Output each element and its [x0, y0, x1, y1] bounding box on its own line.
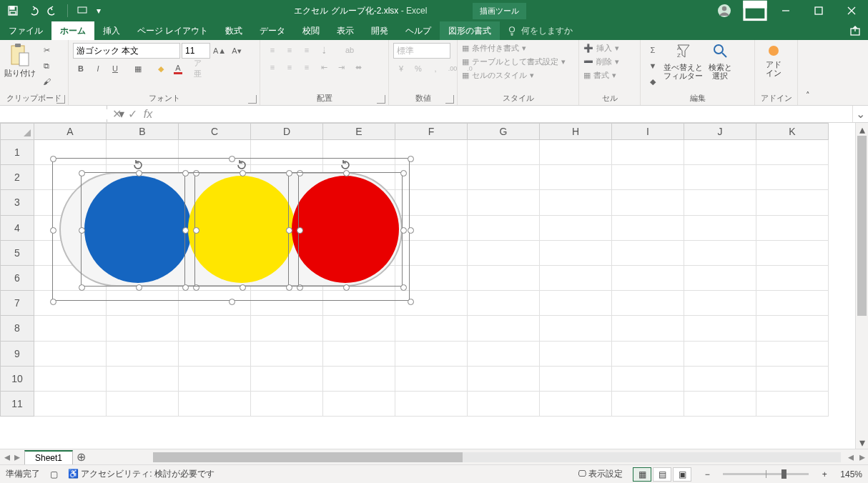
- cell[interactable]: [468, 140, 540, 165]
- zoom-level[interactable]: 145%: [840, 469, 862, 479]
- column-header[interactable]: E: [323, 123, 395, 140]
- cell[interactable]: [468, 316, 540, 341]
- cell[interactable]: [468, 392, 540, 417]
- underline-button[interactable]: U: [107, 61, 123, 76]
- cell[interactable]: [612, 316, 684, 341]
- cell[interactable]: [34, 266, 107, 291]
- cell[interactable]: [323, 291, 395, 316]
- cell[interactable]: [323, 316, 395, 341]
- cell[interactable]: [395, 367, 468, 392]
- format-cells-button[interactable]: ▦ 書式 ▾: [583, 70, 616, 81]
- cell[interactable]: [684, 392, 756, 417]
- align-right-icon[interactable]: ≡: [299, 60, 315, 74]
- number-launcher[interactable]: [445, 95, 454, 104]
- close-button[interactable]: [835, 0, 868, 21]
- cell[interactable]: [395, 266, 468, 291]
- tab-data[interactable]: データ: [251, 21, 294, 40]
- row-header[interactable]: 6: [0, 266, 34, 291]
- cell[interactable]: [395, 190, 468, 215]
- cell[interactable]: [395, 316, 468, 341]
- cell[interactable]: [612, 392, 684, 417]
- merge-center-icon[interactable]: ⬌: [350, 60, 366, 74]
- cell[interactable]: [251, 342, 323, 367]
- zoom-out-icon[interactable]: −: [701, 469, 713, 479]
- accept-formula-icon[interactable]: ✓: [126, 108, 139, 121]
- cancel-formula-icon[interactable]: ✕: [110, 108, 123, 121]
- cell[interactable]: [395, 165, 468, 190]
- cell[interactable]: [34, 291, 107, 316]
- cell[interactable]: [540, 241, 612, 266]
- cell[interactable]: [251, 392, 323, 417]
- cell[interactable]: [684, 190, 756, 215]
- row-header[interactable]: 9: [0, 342, 34, 367]
- cell[interactable]: [251, 316, 323, 341]
- cell[interactable]: [323, 190, 395, 215]
- cell[interactable]: [179, 266, 251, 291]
- cell[interactable]: [468, 342, 540, 367]
- cell[interactable]: [612, 342, 684, 367]
- column-header[interactable]: I: [612, 123, 684, 140]
- column-header[interactable]: B: [107, 123, 179, 140]
- cell[interactable]: [179, 140, 251, 165]
- cell[interactable]: [756, 241, 829, 266]
- column-header[interactable]: A: [34, 123, 107, 140]
- macro-record-icon[interactable]: ▢: [50, 469, 58, 479]
- cell[interactable]: [468, 291, 540, 316]
- autosum-icon[interactable]: Σ: [645, 43, 661, 57]
- cell[interactable]: [756, 291, 829, 316]
- cell[interactable]: [468, 266, 540, 291]
- fx-icon[interactable]: fx: [142, 108, 154, 121]
- cell[interactable]: [323, 367, 395, 392]
- row-header[interactable]: 8: [0, 316, 34, 341]
- cell[interactable]: [395, 342, 468, 367]
- minimize-button[interactable]: [769, 0, 802, 21]
- cell[interactable]: [395, 140, 468, 165]
- font-size-input[interactable]: [182, 43, 210, 59]
- collapse-ribbon-icon[interactable]: ˄: [798, 40, 818, 104]
- select-all-corner[interactable]: [0, 123, 34, 140]
- cell[interactable]: [395, 216, 468, 241]
- column-header[interactable]: J: [684, 123, 756, 140]
- name-box[interactable]: ▾: [0, 106, 107, 122]
- cell[interactable]: [251, 165, 323, 190]
- cell[interactable]: [684, 140, 756, 165]
- addin-button[interactable]: アド イン: [759, 43, 788, 77]
- sheet-nav-first-icon[interactable]: ◂: [4, 450, 10, 464]
- row-header[interactable]: 3: [0, 190, 34, 215]
- cell[interactable]: [612, 140, 684, 165]
- page-break-view-icon[interactable]: ▣: [673, 467, 691, 482]
- cell[interactable]: [107, 241, 179, 266]
- horizontal-scrollbar[interactable]: [153, 452, 841, 462]
- cell[interactable]: [756, 266, 829, 291]
- cell[interactable]: [107, 266, 179, 291]
- cell[interactable]: [684, 291, 756, 316]
- cell[interactable]: [323, 241, 395, 266]
- row-header[interactable]: 10: [0, 367, 34, 392]
- cell[interactable]: [179, 241, 251, 266]
- currency-icon[interactable]: ¥: [393, 61, 409, 76]
- row-header[interactable]: 1: [0, 140, 34, 165]
- cell[interactable]: [540, 392, 612, 417]
- cell[interactable]: [612, 190, 684, 215]
- cell[interactable]: [251, 266, 323, 291]
- cell[interactable]: [612, 241, 684, 266]
- conditional-formatting-button[interactable]: ▦ 条件付き書式 ▾: [462, 43, 526, 54]
- cell[interactable]: [612, 165, 684, 190]
- v-scroll-thumb[interactable]: [857, 136, 867, 316]
- format-as-table-button[interactable]: ▦ テーブルとして書式設定 ▾: [462, 56, 566, 67]
- cell[interactable]: [612, 266, 684, 291]
- cell[interactable]: [323, 165, 395, 190]
- tab-page-layout[interactable]: ページ レイアウト: [129, 21, 217, 40]
- cell[interactable]: [684, 216, 756, 241]
- align-middle-icon[interactable]: ≡: [282, 43, 297, 57]
- cell[interactable]: [684, 367, 756, 392]
- fill-color-icon[interactable]: ◆: [153, 61, 169, 76]
- tell-me-search[interactable]: 何をしますか: [500, 21, 580, 40]
- column-header[interactable]: C: [179, 123, 251, 140]
- h-scroll-thumb[interactable]: [153, 452, 463, 462]
- cell[interactable]: [251, 216, 323, 241]
- tab-home[interactable]: ホーム: [51, 21, 94, 40]
- row-header[interactable]: 7: [0, 291, 34, 316]
- cell[interactable]: [684, 316, 756, 341]
- scroll-right-icon[interactable]: ▸: [857, 450, 868, 464]
